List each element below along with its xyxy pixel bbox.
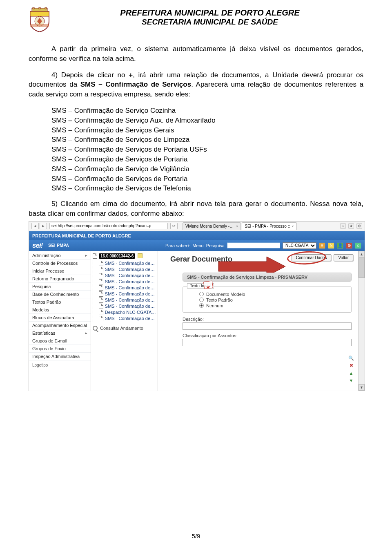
service-list-item: SMS – Confirmação de Serviços de Telefon… bbox=[29, 183, 363, 193]
sidebar-item[interactable]: Grupos de E-mail bbox=[29, 337, 91, 345]
scroll-up-icon[interactable]: ▲ bbox=[359, 251, 365, 257]
voltar-button[interactable]: Voltar bbox=[334, 254, 353, 261]
texto-inicial-fieldset: Texto Inicial Documento ModeloTexto Padr… bbox=[183, 286, 352, 313]
plus-symbol: + bbox=[129, 71, 133, 79]
logotipo-label: Logotipo bbox=[29, 360, 91, 370]
search-subject-icon[interactable]: 🔍 bbox=[348, 356, 354, 361]
radio-icon[interactable] bbox=[199, 303, 204, 308]
service-list-item: SMS – Confirmação de Serviços de Portari… bbox=[29, 145, 363, 154]
paragraph-5: 5) Clicando em cima do documento, irá ab… bbox=[29, 199, 363, 219]
radio-option[interactable]: Documento Modelo bbox=[199, 292, 346, 297]
sidebar-item[interactable]: Retorno Programado bbox=[29, 275, 91, 283]
letterhead: PREFEITURA MUNICIPAL DE PORTO ALEGRE SEC… bbox=[29, 7, 363, 33]
paragraph-1: A partir da primeira vez, o sistema auto… bbox=[29, 44, 363, 64]
remove-subject-icon[interactable]: ✖ bbox=[348, 363, 354, 369]
tree-document-item[interactable]: Despacho NLC-CGATA 03 bbox=[99, 309, 156, 316]
sidebar-item[interactable]: Controle de Processos bbox=[29, 260, 91, 267]
classificacao-input[interactable] bbox=[183, 339, 352, 346]
chevron-right-icon: ▸ bbox=[85, 253, 87, 257]
tree-document-item[interactable]: SMS - Confirmação de Se bbox=[99, 316, 156, 322]
link-pesquisa[interactable]: Pesquisa bbox=[206, 243, 225, 248]
radio-option[interactable]: Texto Padrão bbox=[199, 298, 346, 302]
sidebar-item[interactable]: Inspeção Administrativa bbox=[29, 353, 91, 360]
radio-icon[interactable] bbox=[199, 298, 204, 302]
browser-tab[interactable]: SEI - PMPA - Processo ::× bbox=[242, 222, 296, 230]
tree-document-item[interactable]: SMS - Confirmação de Se bbox=[99, 303, 156, 309]
page-icon bbox=[93, 253, 97, 259]
confirmar-dados-button[interactable]: Confirmar Dados bbox=[292, 254, 332, 261]
sidebar-item[interactable]: Pesquisa bbox=[29, 283, 91, 291]
browser-tab[interactable]: Viviane Mosna Demoly - Outlo…× bbox=[183, 222, 241, 230]
browser-forward-icon[interactable]: ► bbox=[40, 223, 47, 229]
toolbar-icon-config[interactable]: ⚙ bbox=[346, 242, 352, 249]
sidebar-item[interactable]: Estatísticas▸ bbox=[29, 329, 91, 337]
sidebar-item[interactable]: Base de Conhecimento bbox=[29, 291, 91, 298]
sidebar-item[interactable]: Acompanhamento Especial bbox=[29, 322, 91, 329]
radio-label: Texto Padrão bbox=[206, 298, 233, 302]
radio-label: Nenhum bbox=[206, 303, 223, 308]
page-number: 5/9 bbox=[0, 533, 392, 539]
toolbar-icon-exit[interactable]: ⎋ bbox=[355, 242, 361, 249]
embedded-screenshot: ◄ ► sei http://sei.procempa.com.br/contr… bbox=[29, 221, 365, 391]
sei-search-input[interactable] bbox=[227, 242, 280, 248]
move-down-icon[interactable]: ▼ bbox=[348, 378, 354, 383]
sidebar-item[interactable]: Textos Padrão bbox=[29, 298, 91, 306]
svg-rect-2 bbox=[39, 7, 40, 9]
browser-home-icon[interactable]: ⌂ bbox=[340, 223, 346, 229]
service-list-item: SMS – Confirmação de Serviços de Portari… bbox=[29, 154, 363, 164]
consultar-andamento[interactable]: Consultar Andamento bbox=[93, 326, 156, 331]
tab-close-icon[interactable]: × bbox=[292, 224, 294, 228]
sei-subtitle: SEI PMPA bbox=[48, 243, 69, 248]
radio-icon[interactable] bbox=[199, 292, 204, 296]
svg-rect-5 bbox=[30, 24, 49, 27]
tree-document-item[interactable]: SMS - Confirmação de Se bbox=[99, 279, 156, 285]
unit-select[interactable]: NLC-CGATA bbox=[283, 242, 316, 249]
descricao-label: Descrição: bbox=[183, 317, 352, 322]
svg-rect-3 bbox=[45, 7, 47, 9]
toolbar-icon-n[interactable]: N bbox=[328, 242, 334, 249]
sidebar-item[interactable]: Iniciar Processo bbox=[29, 267, 91, 275]
tree-document-item[interactable]: SMS - Confirmação de Se bbox=[99, 285, 156, 291]
doc-icon bbox=[99, 298, 103, 303]
toolbar-icon-user[interactable]: 👤 bbox=[337, 242, 343, 249]
scroll-down-icon[interactable]: ▼ bbox=[359, 384, 365, 391]
browser-settings-icon[interactable]: ⚙ bbox=[356, 223, 362, 229]
header-line2: SECRETARIA MUNICIPAL DE SAÚDE bbox=[56, 18, 363, 27]
header-line1: PREFEITURA MUNICIPAL DE PORTO ALEGRE bbox=[56, 8, 363, 18]
classificacao-field: Classificação por Assuntos: bbox=[183, 333, 352, 346]
form-panel: Gerar Documento Confirmar Dados Voltar S… bbox=[158, 251, 365, 391]
tab-close-icon[interactable]: × bbox=[236, 224, 238, 228]
search-icon bbox=[93, 326, 98, 331]
sidebar-item[interactable]: Blocos de Assinatura bbox=[29, 314, 91, 322]
browser-refresh-icon[interactable]: ⟳ bbox=[170, 223, 178, 229]
link-parasaber[interactable]: Para saber+ bbox=[165, 243, 190, 248]
radio-option[interactable]: Nenhum bbox=[199, 303, 346, 308]
tree-document-item[interactable]: SMS - Confirmação de Se bbox=[99, 266, 156, 273]
toolbar-icon-1[interactable]: ≡ bbox=[319, 242, 325, 249]
browser-back-icon[interactable]: ◄ bbox=[31, 223, 39, 229]
consultar-label: Consultar Andamento bbox=[100, 326, 143, 331]
p4-prefix: 4) Depois de clicar no bbox=[51, 71, 129, 79]
service-list-item: SMS – Confirmação de Serviço de Vigilânc… bbox=[29, 164, 363, 174]
descricao-input[interactable] bbox=[183, 322, 352, 330]
browser-star-icon[interactable]: ★ bbox=[348, 223, 354, 229]
link-menu[interactable]: Menu bbox=[192, 243, 204, 248]
tree-document-item[interactable]: SMS - Confirmação de Se bbox=[99, 260, 156, 266]
vertical-scrollbar[interactable]: ▲ ▼ bbox=[358, 251, 365, 391]
doc-icon bbox=[99, 285, 103, 291]
svg-rect-1 bbox=[33, 7, 34, 9]
tree-document-item[interactable]: SMS - Confirmação de Se bbox=[99, 273, 156, 279]
sidebar-item[interactable]: Grupos de Envio bbox=[29, 345, 91, 353]
sidebar-item[interactable]: Administração▸ bbox=[29, 252, 91, 260]
doc-icon bbox=[99, 279, 103, 284]
tree-document-item[interactable]: SMS - Confirmação de Se bbox=[99, 291, 156, 297]
doc-icon bbox=[99, 273, 103, 278]
scroll-thumb[interactable] bbox=[359, 257, 365, 278]
move-up-icon[interactable]: ▲ bbox=[348, 370, 354, 376]
document-subtype-bar: SMS - Confirmação de Serviços Limpeza - … bbox=[183, 273, 352, 282]
tree-document-item[interactable]: SMS - Confirmação de Se bbox=[99, 297, 156, 303]
sidebar-item[interactable]: Modelos bbox=[29, 306, 91, 314]
process-root[interactable]: 16.0.000013442-6 bbox=[93, 253, 156, 259]
service-list-item: SMS – Confirmação de Serviço Aux. de Alm… bbox=[29, 116, 363, 125]
address-bar[interactable]: sei http://sei.procempa.com.br/controlad… bbox=[49, 223, 168, 229]
